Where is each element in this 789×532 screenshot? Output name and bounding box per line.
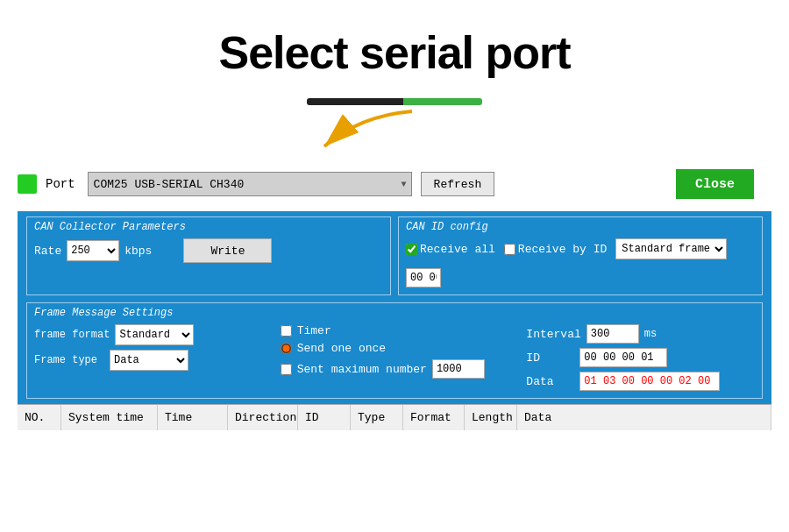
interval-input[interactable] — [586, 324, 639, 344]
connection-indicator — [18, 174, 37, 194]
frame-message-section: Frame Message Settings frame format Stan… — [26, 302, 763, 399]
send-options-col: Timer Send one once Sent maximum number — [263, 324, 509, 391]
kbps-label: kbps — [124, 245, 152, 258]
frame-type-select-2[interactable]: Data Remote — [110, 350, 188, 371]
id-label: ID — [526, 351, 574, 365]
can-collector-section: CAN Collector Parameters Rate 250 125 50… — [26, 216, 391, 295]
interval-label: Interval — [526, 328, 580, 341]
rate-select[interactable]: 250 125 500 1000 — [67, 240, 119, 261]
values-col: Interval ms ID Data — [508, 324, 755, 391]
divider-green — [403, 98, 482, 105]
table-header: NO. System time Time Direction ID Type F… — [18, 404, 771, 430]
col-no: NO. — [18, 405, 61, 430]
receive-by-id-checkbox[interactable] — [504, 244, 515, 255]
port-row: Port COM25 USB-SERIAL CH340 Refresh Clos… — [0, 162, 789, 206]
col-length: Length — [465, 405, 517, 430]
col-system-time: System time — [61, 405, 158, 430]
send-max-label: Sent maximum number — [297, 363, 427, 376]
receive-all-checkbox[interactable] — [406, 244, 417, 255]
receive-by-id-label[interactable]: Receive by ID — [504, 243, 607, 256]
data-input[interactable] — [579, 372, 720, 391]
send-max-checkbox[interactable] — [281, 364, 292, 375]
refresh-button[interactable]: Refresh — [421, 172, 495, 196]
frame-type-label: Frame type — [34, 354, 104, 366]
receive-all-label[interactable]: Receive all — [406, 243, 495, 256]
port-select[interactable]: COM25 USB-SERIAL CH340 — [88, 172, 412, 196]
frame-format-col: frame format Standard Extended Frame typ… — [34, 324, 263, 391]
send-once-radio[interactable] — [281, 343, 292, 354]
frame-format-select[interactable]: Standard Extended — [115, 324, 194, 345]
write-button[interactable]: Write — [183, 238, 272, 263]
can-id-config-title: CAN ID config — [406, 221, 755, 233]
send-max-input[interactable] — [432, 359, 485, 379]
id-input[interactable] — [579, 348, 667, 367]
timer-label: Timer — [297, 324, 331, 337]
col-format: Format — [403, 405, 465, 430]
ms-label: ms — [644, 328, 657, 340]
can-id-value-input[interactable] — [406, 268, 441, 287]
data-label: Data — [526, 375, 574, 388]
col-id: ID — [298, 405, 351, 430]
port-label: Port — [46, 177, 75, 191]
col-time: Time — [158, 405, 228, 430]
arrow-icon — [281, 107, 438, 160]
divider-black — [307, 98, 403, 105]
close-button[interactable]: Close — [676, 169, 754, 199]
col-direction: Direction — [228, 405, 298, 430]
page-title: Select serial port — [0, 26, 789, 79]
col-type: Type — [351, 405, 403, 430]
frame-type-select[interactable]: Standard frame Extended frame — [615, 238, 727, 259]
frame-format-label: frame format — [34, 329, 110, 341]
port-select-wrapper: COM25 USB-SERIAL CH340 — [88, 172, 412, 196]
col-data: Data — [517, 405, 771, 430]
can-id-config-section: CAN ID config Receive all Receive by ID … — [398, 216, 763, 295]
frame-message-title: Frame Message Settings — [34, 307, 755, 319]
send-once-label: Send one once — [297, 342, 386, 355]
rate-label: Rate — [34, 245, 61, 258]
can-collector-title: CAN Collector Parameters — [34, 221, 383, 233]
main-panel: CAN Collector Parameters Rate 250 125 50… — [18, 211, 771, 404]
timer-checkbox[interactable] — [281, 325, 292, 337]
